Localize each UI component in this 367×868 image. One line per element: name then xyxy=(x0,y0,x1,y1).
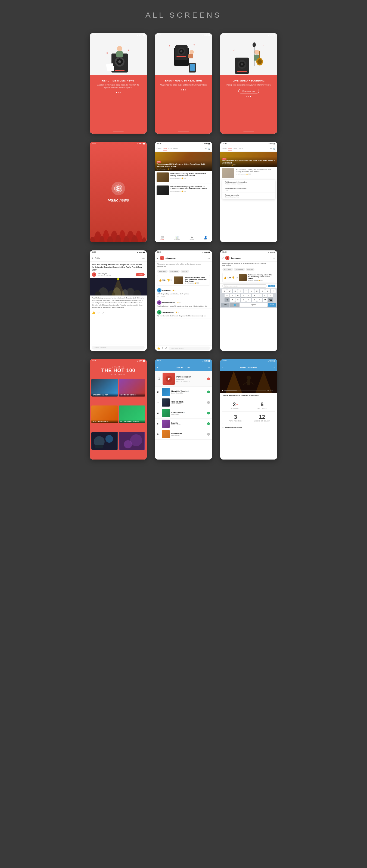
space-key[interactable]: space xyxy=(240,303,267,307)
context-item-3[interactable]: Report low quality See,clickbait and etc… xyxy=(222,193,275,199)
chart-extra-1[interactable] xyxy=(91,432,118,450)
fullscreen-icon[interactable]: ⛶ xyxy=(274,390,276,392)
report-link[interactable]: Report xyxy=(161,296,165,298)
song-stats-grid: 2 ⊕ CURRENT 6 LAST WEEK 3 PEAK POSITION … xyxy=(222,399,275,424)
screen-onboard-3: 11:38 ▲WiFi▮▮ xyxy=(220,33,277,134)
tag-johnwayne[interactable]: John wayne xyxy=(169,270,180,273)
back-btn-hot100[interactable]: ‹ xyxy=(157,365,159,369)
send-button[interactable]: Send xyxy=(268,285,275,287)
play-button[interactable]: ▶ xyxy=(222,390,223,392)
back-button-comments[interactable]: ‹ xyxy=(157,256,159,260)
share-icon[interactable]: ↗ xyxy=(102,311,104,314)
delete-key[interactable]: ⌫ xyxy=(268,298,273,302)
tab-pride-2[interactable]: Pride xyxy=(228,148,232,151)
screen-article: 11:38 ▲WiFi▮▮ ‹ Article ••• Paul McCartn… xyxy=(90,250,147,351)
screen-music-news-splash: 11:38 ▲WiFi▮▮ Music news xyxy=(90,142,147,242)
chart-hot-country[interactable]: HOT COUNTRY SONGS xyxy=(119,405,145,423)
tab-follow-2[interactable]: Follow xyxy=(222,148,226,151)
article-date: July 21 2018 6:00 PM xyxy=(97,275,111,276)
back-button[interactable]: ‹ xyxy=(92,256,93,260)
more-button-comments[interactable]: ••• xyxy=(208,257,210,259)
svg-point-61 xyxy=(117,278,119,280)
svg-text:♪: ♪ xyxy=(233,48,235,51)
comment-input-1[interactable]: Write a comment... xyxy=(169,346,210,350)
tab-hiphop[interactable]: Hip-H... xyxy=(173,148,179,151)
chart-extra-2[interactable] xyxy=(119,432,145,450)
tab-hiphop-2[interactable]: Hip-H... xyxy=(239,148,244,151)
chart-mainstream-top[interactable]: MAINSTREAM TOP xyxy=(91,379,118,397)
article-hero-image xyxy=(90,278,147,296)
hot100-item-4[interactable]: 4 Ashes. Demix 🎵 Calmé Dun ↑ xyxy=(155,408,212,418)
tab-rnb[interactable]: R&B xyxy=(168,148,172,151)
screen-charts-home: 11:38 ▲WiFi▮▮ CHARTS THE HOT 100 VIEW CH… xyxy=(90,359,147,460)
view-chart-link[interactable]: VIEW CHART xyxy=(92,373,145,375)
svg-rect-22 xyxy=(190,64,195,71)
follow-button[interactable]: Follow xyxy=(136,273,145,276)
song-detail-full-title: Justin Timberlake - Man of the woods xyxy=(220,393,277,398)
svg-point-65 xyxy=(106,435,113,443)
nav-video[interactable]: ▶VIDEO xyxy=(190,236,194,241)
share-song[interactable]: ↗ xyxy=(273,366,275,369)
charts-label: CHARTS xyxy=(92,366,145,368)
hot100-item-2[interactable]: 2 Man of the Woods 🎵 Justin Timberlake ↑ xyxy=(155,387,212,397)
song-header-album: Man of the woods xyxy=(240,366,257,369)
like-icon[interactable]: 👍 xyxy=(92,311,95,314)
onboard-2-desc: Always hear the latest music and the mos… xyxy=(160,84,207,86)
nav-tabs-1: 11:38 ▲WiFi▮▮ Follow Pride R&B Hip-H... … xyxy=(155,142,212,152)
search-icon-2[interactable]: 🔍 xyxy=(273,148,276,151)
song-video-thumb: ▶ 0:41 3:00 ⛶ xyxy=(220,371,277,393)
music-news-title: Music news xyxy=(108,198,129,202)
album-version-label: 11.38 Man of the woods xyxy=(220,427,277,429)
search-icon[interactable]: 🔍 xyxy=(208,148,210,151)
screen-onboard-1: 11:38 ▲ WiFi ▮▮ xyxy=(90,33,147,134)
stat-current: 2 ⊕ CURRENT xyxy=(222,399,249,411)
context-item-1[interactable]: Not interested in the content Reduce thi… xyxy=(222,180,275,186)
article-title: Paul McCartney Returns to Liverpool's Ca… xyxy=(90,261,147,272)
onboard-1-desc: A variety of information about music, le… xyxy=(94,84,143,89)
onboard-3-title: LIVE VIDEO RECORDING xyxy=(226,79,271,82)
chart-hot-latin[interactable]: HOT LATIN SONGS xyxy=(91,405,118,423)
nav-news[interactable]: 📰NEWS xyxy=(160,236,165,241)
menu-icon[interactable]: ☰ xyxy=(205,148,207,151)
news-item-1: No Excuses: Country Artists Take the Hea… xyxy=(155,171,212,184)
comment-text-input[interactable]: Write a comment... xyxy=(222,284,267,288)
svg-point-5 xyxy=(117,46,122,51)
hot100-item-3[interactable]: 3 Take Me Down Taylor Morrison – xyxy=(155,397,212,408)
stat-weeks: 12 WEEKS ON CHART xyxy=(249,412,275,424)
hot100-item-1[interactable]: 1 Perfect Illusion Lady gaga LAST: 3 VID… xyxy=(155,371,212,387)
tag-rocknews[interactable]: Rock news xyxy=(157,270,168,273)
comment-input-article[interactable]: Write a comment... xyxy=(92,346,145,349)
tab-pride[interactable]: Pride xyxy=(163,148,167,151)
news-item-2: Beck Gives Electrifying Performances of … xyxy=(155,184,212,197)
context-item-2[interactable]: Not interested in the author Chill xyxy=(222,186,275,193)
menu-icon-2[interactable]: ☰ xyxy=(270,148,272,151)
onboard-1-title: REAL-TIME MUSIC NEWS xyxy=(94,79,143,82)
back-btn-song[interactable]: ‹ xyxy=(222,365,224,369)
bookmark-icon[interactable]: ☆ xyxy=(97,311,100,314)
svg-point-30 xyxy=(254,50,259,55)
onboard-2-title: ENJOY MUSIC IN REAL TIME xyxy=(160,79,207,82)
tag-concert[interactable]: Concert xyxy=(180,270,189,273)
share-hot100[interactable]: ↗ xyxy=(208,366,210,369)
nav-me[interactable]: 👤ME xyxy=(204,236,207,241)
back-btn-kb[interactable]: ‹ xyxy=(222,256,224,260)
experience-now-button[interactable]: Experience now xyxy=(238,89,259,93)
hero-author-1: by John wayne 👍 506 xyxy=(157,168,210,170)
more-button[interactable]: ••• xyxy=(142,257,145,259)
nav-charts[interactable]: 📊CHARTS xyxy=(174,236,180,241)
tab-follow[interactable]: Follow xyxy=(157,148,161,151)
hot100-item-5[interactable]: 5 Sanctify Years & Years ↑ xyxy=(155,418,212,429)
svg-rect-64 xyxy=(95,445,103,448)
shift-key[interactable]: ⇧ xyxy=(225,298,229,302)
svg-point-17 xyxy=(190,50,194,54)
hot100-item-6[interactable]: 6 Done For Me Charlie Puth – xyxy=(155,429,212,440)
chart-hot-rock[interactable]: HOT ROCK SONGS xyxy=(119,379,145,397)
tab-rnb-2[interactable]: R&B xyxy=(233,148,237,151)
svg-rect-6 xyxy=(116,51,123,57)
send-key[interactable]: Send xyxy=(268,303,276,307)
numbers-key[interactable]: 123 xyxy=(221,303,229,307)
hero-title-1: Tomorrowland 2018 Weekend 1 Sets From St… xyxy=(157,163,210,168)
emoji-key[interactable]: 🌐 xyxy=(230,303,239,307)
news-item-3: No Excuses: Country Artists Take the Hea… xyxy=(220,167,277,180)
svg-text:♫: ♫ xyxy=(106,51,108,54)
